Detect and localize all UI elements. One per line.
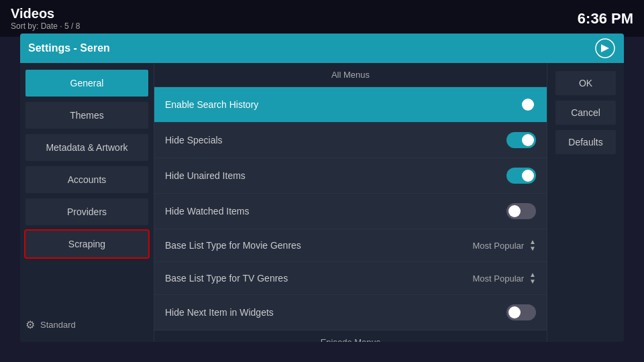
defaults-button[interactable]: Defaults	[555, 130, 616, 154]
main-content: All Menus Enable Search History Hide Spe…	[154, 63, 547, 342]
settings-row-enable-search-history[interactable]: Enable Search History	[154, 87, 547, 123]
settings-row-base-list-movie[interactable]: Base List Type for Movie Genres Most Pop…	[154, 229, 547, 262]
settings-row-base-list-tv[interactable]: Base List Type for TV Genres Most Popula…	[154, 262, 547, 295]
row-label: Hide Unaired Items	[165, 170, 506, 181]
gear-icon: ⚙	[25, 318, 35, 331]
ok-button[interactable]: OK	[555, 71, 616, 95]
settings-list[interactable]: All Menus Enable Search History Hide Spe…	[154, 63, 547, 342]
settings-row-hide-watched[interactable]: Hide Watched Items	[154, 194, 547, 229]
sidebar-item-themes[interactable]: Themes	[25, 102, 148, 129]
dropdown-chevrons-tv[interactable]: ▲ ▼	[529, 272, 536, 285]
toggle-hide-unaired[interactable]	[506, 168, 536, 184]
dropdown-chevrons-movie[interactable]: ▲ ▼	[529, 239, 536, 252]
top-bar-left: Videos Sort by: Date · 5 / 8	[11, 6, 80, 31]
page-subtitle: Sort by: Date · 5 / 8	[11, 21, 80, 31]
top-bar: Videos Sort by: Date · 5 / 8 6:36 PM	[0, 0, 644, 37]
settings-row-hide-unaired[interactable]: Hide Unaired Items	[154, 158, 547, 194]
row-label: Hide Specials	[165, 135, 506, 145]
row-label: Hide Watched Items	[165, 206, 506, 217]
row-value: Most Popular	[473, 241, 525, 251]
cancel-button[interactable]: Cancel	[555, 101, 616, 125]
sidebar-bottom: ⚙ Standard	[20, 313, 154, 337]
settings-dialog: Settings - Seren General Themes Metadata…	[20, 34, 624, 342]
row-label: Base List Type for Movie Genres	[165, 240, 473, 251]
dialog-title: Settings - Seren	[28, 42, 110, 54]
right-panel: OK Cancel Defaults	[547, 63, 624, 342]
settings-row-hide-specials[interactable]: Hide Specials	[154, 123, 547, 158]
settings-row-hide-next-item[interactable]: Hide Next Item in Widgets	[154, 295, 547, 330]
sidebar-item-metadata[interactable]: Metadata & Artwork	[25, 134, 148, 161]
clock: 6:36 PM	[578, 10, 633, 27]
toggle-hide-watched[interactable]	[506, 203, 536, 219]
row-label: Base List Type for TV Genres	[165, 273, 473, 284]
page-title: Videos	[11, 6, 80, 21]
kodi-logo	[594, 38, 616, 59]
section-header-episode-menus: Episode Menus	[154, 330, 547, 342]
dialog-header: Settings - Seren	[20, 34, 624, 63]
section-header-all-menus: All Menus	[154, 63, 547, 87]
toggle-hide-specials[interactable]	[506, 132, 536, 148]
dialog-body: General Themes Metadata & Artwork Accoun…	[20, 63, 624, 342]
row-value: Most Popular	[473, 274, 525, 284]
sidebar: General Themes Metadata & Artwork Accoun…	[20, 63, 154, 342]
sidebar-item-general[interactable]: General	[25, 70, 148, 97]
toggle-enable-search-history[interactable]	[506, 97, 536, 113]
toggle-hide-next-item[interactable]	[506, 304, 536, 320]
sidebar-item-providers[interactable]: Providers	[25, 198, 148, 225]
sidebar-bottom-label: Standard	[40, 320, 76, 330]
row-label: Hide Next Item in Widgets	[165, 307, 506, 318]
sidebar-item-scraping[interactable]: Scraping	[25, 231, 148, 257]
sidebar-item-accounts[interactable]: Accounts	[25, 166, 148, 193]
row-label: Enable Search History	[165, 99, 506, 110]
